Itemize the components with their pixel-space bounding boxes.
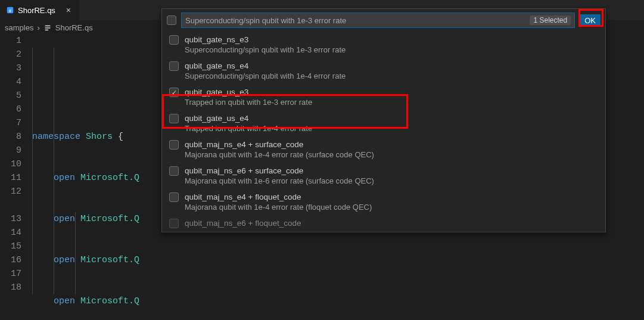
code-token: open xyxy=(54,214,75,224)
close-icon[interactable]: × xyxy=(64,5,73,15)
line-number: 14 xyxy=(0,226,21,240)
line-number: 8 xyxy=(0,130,21,144)
item-checkbox[interactable] xyxy=(169,192,179,202)
item-description: Superconducting/spin qubit with 1e-4 err… xyxy=(185,72,346,80)
breadcrumb-file[interactable]: ShorRE.qs xyxy=(55,23,93,32)
tab-filename: ShorRE.qs xyxy=(18,6,55,15)
quickpick-item[interactable]: qubit_gate_us_e3Trapped ion qubit with 1… xyxy=(162,84,605,110)
item-description: Majorana qubit with 1e-6 error rate (sur… xyxy=(185,176,374,185)
item-title: qubit_maj_ns_e4 + floquet_code xyxy=(185,192,372,201)
quickpick-input[interactable] xyxy=(185,16,530,25)
item-checkbox[interactable] xyxy=(169,219,179,228)
select-all-checkbox[interactable] xyxy=(167,15,176,25)
breadcrumb-root[interactable]: samples xyxy=(5,23,33,32)
line-number: 2 xyxy=(0,48,21,61)
line-number: 6 xyxy=(0,102,21,116)
quickpick-list[interactable]: qubit_gate_ns_e3Superconducting/spin qub… xyxy=(162,32,605,232)
code-token: Microsoft.Q xyxy=(80,296,139,306)
item-title: qubit_gate_ns_e3 xyxy=(185,35,346,44)
code-token: open xyxy=(54,296,75,306)
code-token: open xyxy=(54,173,75,183)
quickpick-header: 1 Selected OK xyxy=(162,9,605,32)
code-token: Microsoft.Q xyxy=(80,173,139,183)
item-checkbox[interactable] xyxy=(169,35,179,45)
qsharp-file-icon xyxy=(43,23,52,32)
line-number: 9 xyxy=(0,144,21,157)
selection-count-badge: 1 Selected xyxy=(530,15,571,25)
quickpick-item[interactable]: qubit_maj_ns_e4 + floquet_codeMajorana q… xyxy=(162,189,605,215)
line-number: 13 xyxy=(0,212,21,226)
quickpick-item[interactable]: qubit_maj_ns_e6 + floquet_code xyxy=(162,215,605,232)
item-title: qubit_maj_ns_e4 + surface_code xyxy=(185,140,374,149)
quickpick-item[interactable]: qubit_maj_ns_e4 + surface_codeMajorana q… xyxy=(162,136,605,163)
line-number: 16 xyxy=(0,253,21,267)
line-number xyxy=(0,198,21,212)
quickpick-item[interactable]: qubit_gate_ns_e4Superconducting/spin qub… xyxy=(162,58,605,84)
item-checkbox[interactable] xyxy=(169,61,179,71)
line-number: 7 xyxy=(0,116,21,130)
line-number-gutter: 123456789101112131415161718 xyxy=(0,34,32,320)
item-description: Trapped ion qubit with 1e-4 error rate xyxy=(185,124,312,133)
code-token: Microsoft.Q xyxy=(80,255,139,265)
quickpick-input-wrap: 1 Selected xyxy=(181,13,575,28)
item-checkbox[interactable] xyxy=(169,140,179,150)
item-description: Majorana qubit with 1e-4 error rate (sur… xyxy=(185,150,374,159)
chevron-right-icon: › xyxy=(37,23,39,32)
line-number: 15 xyxy=(0,240,21,253)
item-checkbox[interactable] xyxy=(169,166,179,176)
quickpick-item[interactable]: qubit_gate_us_e4Trapped ion qubit with 1… xyxy=(162,110,605,136)
line-number: 18 xyxy=(0,281,21,294)
code-token: { xyxy=(118,132,123,142)
quickpick-item[interactable]: qubit_maj_ns_e6 + surface_codeMajorana q… xyxy=(162,163,605,189)
line-number: 4 xyxy=(0,75,21,89)
item-description: Superconducting/spin qubit with 1e-3 err… xyxy=(185,45,346,54)
code-token: namespace xyxy=(32,132,80,142)
item-title: qubit_gate_us_e4 xyxy=(185,114,312,123)
item-title: qubit_maj_ns_e6 + surface_code xyxy=(185,166,374,175)
item-description: Majorana qubit with 1e-4 error rate (flo… xyxy=(185,203,372,212)
svg-rect-2 xyxy=(45,26,50,27)
item-checkbox[interactable] xyxy=(169,88,179,97)
line-number: 5 xyxy=(0,89,21,102)
svg-rect-4 xyxy=(45,30,48,31)
svg-rect-3 xyxy=(45,27,50,29)
item-title: qubit_gate_us_e3 xyxy=(185,88,312,97)
item-description: Trapped ion qubit with 1e-3 error rate xyxy=(185,98,312,107)
code-token: Microsoft.Q xyxy=(80,214,139,224)
line-number: 3 xyxy=(0,61,21,75)
item-checkbox[interactable] xyxy=(169,114,179,123)
ok-button[interactable]: OK xyxy=(580,14,601,27)
item-title: qubit_gate_ns_e4 xyxy=(185,61,346,70)
item-title: qubit_maj_ns_e6 + floquet_code xyxy=(185,219,301,228)
line-number: 17 xyxy=(0,267,21,281)
quickpick-item[interactable]: qubit_gate_ns_e3Superconducting/spin qub… xyxy=(162,32,605,58)
qsharp-file-icon: # xyxy=(6,6,14,14)
code-token: open xyxy=(54,255,75,265)
quickpick-dropdown: 1 Selected OK qubit_gate_ns_e3Supercondu… xyxy=(161,8,606,232)
line-number: 12 xyxy=(0,185,21,198)
line-number: 1 xyxy=(0,34,21,48)
line-number: 11 xyxy=(0,171,21,185)
code-token: Shors xyxy=(86,132,113,142)
line-number: 10 xyxy=(0,157,21,171)
svg-text:#: # xyxy=(9,8,12,14)
editor-tab[interactable]: # ShorRE.qs × xyxy=(0,0,80,20)
